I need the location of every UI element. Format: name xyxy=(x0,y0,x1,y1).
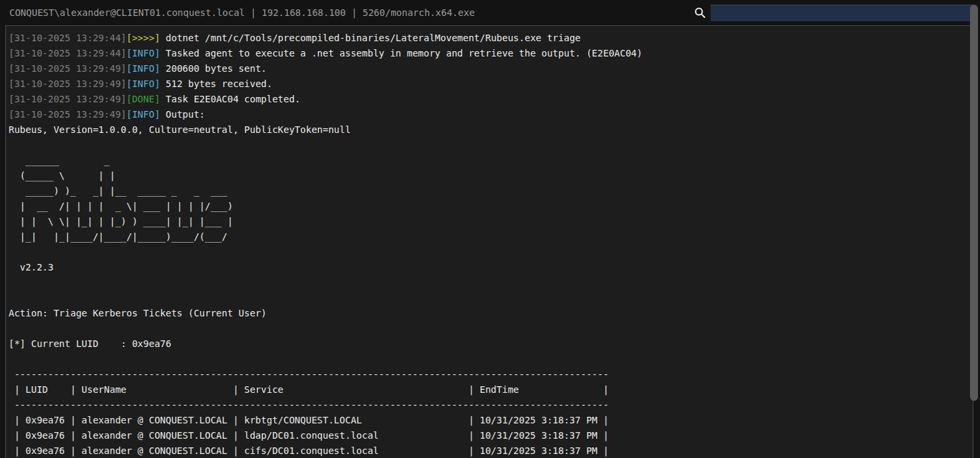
log-line: [31-10-2025 13:29:49][DONE] Task E2E0AC0… xyxy=(9,92,962,107)
log-timestamp: [31-10-2025 13:29:44] xyxy=(9,48,126,58)
log-tag: [INFO] xyxy=(126,48,160,58)
log-tag: [>>>>] xyxy=(126,33,160,43)
log-timestamp: [31-10-2025 13:29:49] xyxy=(9,63,126,74)
log-timestamp: [31-10-2025 13:29:44] xyxy=(9,33,126,43)
log-message: Task E2E0AC04 completed. xyxy=(160,94,301,104)
log-line: [31-10-2025 13:29:49][INFO] 200600 bytes… xyxy=(9,61,962,76)
log-tag: [INFO] xyxy=(126,63,160,74)
session-info: CONQUEST\alexander@CLIENT01.conquest.loc… xyxy=(9,7,475,18)
log-line: [31-10-2025 13:29:49][INFO] 512 bytes re… xyxy=(9,76,962,92)
terminal-output-panel: [31-10-2025 13:29:44][>>>>] dotnet /mnt/… xyxy=(5,25,973,458)
search-input[interactable] xyxy=(711,5,975,21)
log-timestamp: [31-10-2025 13:29:49] xyxy=(9,109,126,120)
rubeus-output: Rubeus, Version=1.0.0.0, Culture=neutral… xyxy=(9,122,962,458)
task-log: [31-10-2025 13:29:44][>>>>] dotnet /mnt/… xyxy=(9,31,962,122)
log-message: 512 bytes received. xyxy=(160,78,273,89)
log-timestamp: [31-10-2025 13:29:49] xyxy=(9,78,126,89)
log-message: Tasked agent to execute a .net assembly … xyxy=(160,48,643,58)
log-message: Output: xyxy=(160,109,205,120)
log-tag: [INFO] xyxy=(126,78,160,89)
scrollbar[interactable] xyxy=(970,1,978,457)
log-tag: [INFO] xyxy=(126,109,160,120)
log-message: dotnet /mnt/c/Tools/precompiled-binaries… xyxy=(160,33,581,43)
log-line: [31-10-2025 13:29:49][INFO] Output: xyxy=(9,107,962,122)
search-icon[interactable] xyxy=(693,6,707,19)
log-line: [31-10-2025 13:29:44][>>>>] dotnet /mnt/… xyxy=(9,31,962,46)
log-timestamp: [31-10-2025 13:29:49] xyxy=(9,94,126,104)
search-area xyxy=(693,5,975,21)
scrollbar-thumb[interactable] xyxy=(970,5,978,401)
log-message: 200600 bytes sent. xyxy=(160,63,267,74)
log-tag: [DONE] xyxy=(126,94,160,104)
log-line: [31-10-2025 13:29:44][INFO] Tasked agent… xyxy=(9,46,962,61)
session-topbar: CONQUEST\alexander@CLIENT01.conquest.loc… xyxy=(0,0,980,25)
